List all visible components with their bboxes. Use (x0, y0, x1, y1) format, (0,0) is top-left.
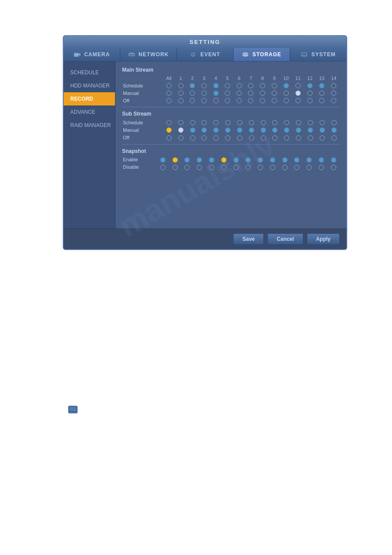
channel-4-cell[interactable] (210, 82, 222, 89)
radio-circle[interactable] (178, 98, 183, 103)
channel-8-cell[interactable] (257, 97, 269, 104)
radio-circle[interactable] (178, 83, 183, 88)
radio-circle[interactable] (308, 127, 313, 133)
channel-9-cell[interactable] (269, 134, 281, 141)
radio-circle[interactable] (282, 165, 288, 170)
channel-7-cell[interactable] (245, 119, 257, 126)
radio-circle[interactable] (249, 120, 254, 125)
radio-circle[interactable] (225, 98, 230, 103)
radio-circle[interactable] (225, 120, 230, 125)
radio-circle[interactable] (248, 83, 253, 88)
channel-9-cell[interactable] (268, 97, 280, 104)
apply-button[interactable]: Apply (307, 233, 340, 245)
channel-12-cell[interactable] (304, 134, 316, 141)
radio-circle[interactable] (225, 91, 230, 96)
channel-12-cell[interactable] (303, 163, 315, 171)
channel-10-cell[interactable] (281, 134, 293, 141)
radio-circle[interactable] (178, 127, 183, 133)
channel-14-cell[interactable] (328, 82, 340, 89)
radio-circle[interactable] (260, 98, 265, 103)
channel-12-cell[interactable] (304, 82, 316, 89)
channel-13-cell[interactable] (316, 82, 328, 89)
radio-circle[interactable] (201, 98, 207, 103)
channel-14-cell[interactable] (328, 134, 340, 141)
channel-4-cell[interactable] (210, 126, 222, 134)
channel-8-cell[interactable] (257, 134, 269, 141)
radio-circle[interactable] (166, 127, 172, 133)
sidebar-item-raid-manager[interactable]: RAID MANAGER (64, 119, 115, 132)
radio-circle[interactable] (331, 98, 336, 103)
all-cell[interactable] (163, 89, 175, 97)
channel-4-cell[interactable] (210, 97, 222, 104)
radio-circle[interactable] (213, 120, 219, 125)
channel-2-cell[interactable] (187, 126, 198, 134)
radio-circle[interactable] (272, 120, 277, 125)
save-button[interactable]: Save (233, 233, 264, 245)
channel-1-cell[interactable] (175, 119, 187, 126)
channel-11-cell[interactable] (291, 156, 303, 163)
tab-storage[interactable]: STORAGE (234, 48, 290, 61)
radio-circle[interactable] (331, 157, 336, 163)
channel-11-cell[interactable] (291, 163, 303, 171)
channel-7-cell[interactable] (245, 126, 257, 134)
radio-circle[interactable] (320, 120, 325, 125)
radio-circle[interactable] (173, 165, 178, 170)
channel-4-cell[interactable] (210, 89, 222, 97)
channel-13-cell[interactable] (316, 134, 328, 141)
channel-3-cell[interactable] (198, 89, 210, 97)
radio-circle[interactable] (178, 135, 183, 141)
radio-circle[interactable] (184, 165, 190, 170)
channel-8-cell[interactable] (257, 82, 269, 89)
radio-circle[interactable] (320, 135, 325, 141)
radio-circle[interactable] (225, 135, 230, 141)
channel-9-cell[interactable] (266, 163, 279, 171)
radio-circle[interactable] (197, 157, 202, 163)
channel-1-cell[interactable] (169, 156, 181, 163)
channel-2-cell[interactable] (187, 119, 198, 126)
channel-14-cell[interactable] (328, 119, 340, 126)
radio-circle[interactable] (237, 98, 242, 103)
all-cell[interactable] (163, 82, 175, 89)
radio-circle[interactable] (261, 127, 266, 133)
radio-circle[interactable] (261, 135, 266, 141)
channel-2-cell[interactable] (187, 82, 198, 89)
all-cell[interactable] (157, 163, 169, 171)
channel-13-cell[interactable] (316, 89, 328, 97)
channel-2-cell[interactable] (187, 134, 198, 141)
channel-6-cell[interactable] (234, 89, 245, 97)
radio-circle[interactable] (272, 127, 277, 133)
radio-circle[interactable] (319, 98, 324, 103)
radio-circle[interactable] (184, 157, 190, 163)
channel-13-cell[interactable] (316, 126, 328, 134)
channel-1-cell[interactable] (175, 126, 187, 134)
channel-2-cell[interactable] (187, 97, 198, 104)
channel-9-cell[interactable] (266, 156, 279, 163)
radio-circle[interactable] (307, 91, 313, 96)
channel-11-cell[interactable] (293, 126, 305, 134)
radio-circle[interactable] (201, 91, 207, 96)
radio-circle[interactable] (190, 135, 195, 141)
radio-circle[interactable] (294, 157, 299, 163)
radio-circle[interactable] (258, 165, 263, 170)
channel-11-cell[interactable] (292, 89, 304, 97)
channel-1-cell[interactable] (175, 89, 187, 97)
radio-circle[interactable] (331, 83, 336, 88)
radio-circle[interactable] (245, 165, 251, 170)
radio-circle[interactable] (237, 83, 242, 88)
radio-circle[interactable] (282, 157, 288, 163)
channel-14-cell[interactable] (328, 89, 340, 97)
radio-circle[interactable] (331, 135, 337, 141)
radio-circle[interactable] (308, 135, 313, 141)
channel-8-cell[interactable] (257, 89, 269, 97)
channel-9-cell[interactable] (269, 119, 281, 126)
channel-5-cell[interactable] (222, 89, 234, 97)
channel-5-cell[interactable] (222, 97, 234, 104)
radio-circle[interactable] (272, 98, 277, 103)
channel-12-cell[interactable] (304, 119, 316, 126)
channel-3-cell[interactable] (193, 163, 205, 171)
channel-10-cell[interactable] (279, 156, 291, 163)
channel-1-cell[interactable] (169, 163, 181, 171)
radio-circle[interactable] (234, 157, 239, 163)
radio-circle[interactable] (166, 120, 172, 125)
channel-5-cell[interactable] (218, 163, 230, 171)
